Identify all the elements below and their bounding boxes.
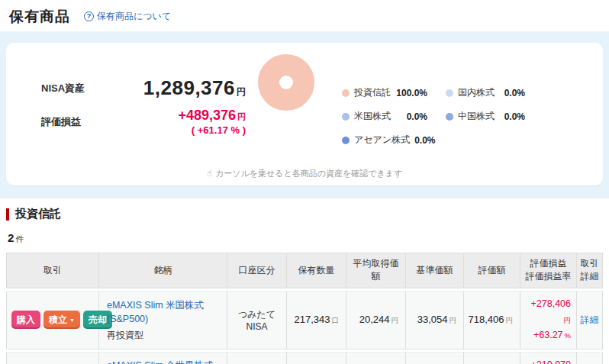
header-account: 口座区分 bbox=[227, 253, 287, 288]
section-title: 投資信託 bbox=[15, 207, 61, 221]
legend-dot bbox=[446, 89, 453, 97]
fund-row: 購入積立▼売却 eMAXIS Slim 全世界株式(オール・カントリー) 再投資… bbox=[6, 352, 603, 364]
value-cell: 718,406円 bbox=[464, 291, 520, 350]
asset-amount-unit: 円 bbox=[237, 86, 246, 97]
nav-cell: 27,829円 bbox=[406, 352, 464, 364]
fund-count-number: 2 bbox=[8, 231, 14, 244]
fund-name-link[interactable]: eMAXIS Slim 米国株式(S&P500) bbox=[107, 298, 221, 326]
nisa-asset-value: 1,289,376円 bbox=[118, 76, 246, 100]
legend-dot bbox=[342, 137, 350, 144]
asset-amount: 1,289,376 bbox=[143, 76, 235, 99]
account-type-cell: つみたてNISA bbox=[227, 291, 287, 350]
detail-cell: 詳細 bbox=[577, 352, 603, 364]
quantity-cell: 217,343口 bbox=[287, 291, 346, 350]
pl-amount: +489,376 bbox=[178, 108, 236, 123]
summary-band: NISA資産 1,289,376円 評価損益 +489,376円 ( +61.1… bbox=[0, 31, 609, 198]
quantity-cell: 205,171口 bbox=[287, 352, 346, 364]
page-title: 保有商品 bbox=[9, 7, 70, 27]
hint-text: カーソルを乗せると各商品の資産を確認できます bbox=[215, 169, 402, 178]
asset-summary: NISA資産 1,289,376円 評価損益 +489,376円 ( +61.1… bbox=[41, 76, 246, 136]
pl-value-block: +489,376円 ( +61.17 % ) bbox=[118, 108, 246, 136]
nav-cell: 33,054円 bbox=[406, 291, 464, 350]
pointer-hand-icon: ☝ bbox=[207, 168, 212, 179]
chart-hover-hint: ☝カーソルを乗せると各商品の資産を確認できます bbox=[6, 168, 603, 179]
fund-name-cell: eMAXIS Slim 米国株式(S&P500) 再投資型 bbox=[99, 291, 227, 350]
pl-amount-unit: 円 bbox=[237, 112, 246, 121]
asset-allocation-donut-chart[interactable] bbox=[258, 54, 314, 111]
avg-price-cell: 20,244円 bbox=[346, 291, 406, 350]
header-nav: 基準価額 bbox=[406, 253, 464, 288]
legend-item: 中国株式 0.0% bbox=[446, 110, 525, 123]
holdings-page: 保有商品 ? 保有商品について NISA資産 1,289,376円 評価損益 +… bbox=[0, 0, 609, 364]
nisa-asset-label: NISA資産 bbox=[41, 82, 111, 95]
fund-name-cell: eMAXIS Slim 全世界株式(オール・カントリー) 再投資型 bbox=[99, 352, 227, 364]
avg-price-cell: 17,546円 bbox=[346, 352, 406, 364]
legend-value: 0.0% bbox=[500, 88, 525, 98]
detail-link[interactable]: 詳細 bbox=[581, 314, 599, 325]
legend-dot bbox=[342, 89, 350, 97]
legend-value: 0.0% bbox=[410, 135, 435, 146]
legend-value: 0.0% bbox=[500, 111, 525, 122]
header-trade: 取引 bbox=[6, 253, 99, 288]
tsumitate-button[interactable]: 積立▼ bbox=[44, 311, 80, 329]
legend-item: 米国株式 0.0% bbox=[342, 110, 427, 123]
header-avg-price: 平均取得価額 bbox=[346, 253, 406, 288]
actions-cell: 購入積立▼売却 bbox=[6, 352, 99, 364]
buy-button[interactable]: 購入 bbox=[11, 311, 40, 329]
header-quantity: 保有数量 bbox=[287, 253, 346, 288]
legend-label: 中国株式 bbox=[458, 110, 495, 123]
header-name: 銘柄 bbox=[99, 253, 227, 288]
detail-cell: 詳細 bbox=[577, 291, 603, 350]
account-type-cell: つみたてNISA bbox=[227, 352, 287, 364]
actions-cell: 購入積立▼売却 bbox=[6, 291, 99, 350]
about-link-label: 保有商品について bbox=[97, 10, 171, 23]
pl-rate: ( +61.17 % ) bbox=[118, 124, 246, 136]
asset-allocation-legend: 投資信託 100.0% 国内株式 0.0% 米国株式 0.0% 中国株式 0.0… bbox=[342, 86, 525, 147]
fund-count-unit: 件 bbox=[15, 234, 24, 243]
header-pl: 評価損益 評価損益率 bbox=[520, 253, 577, 288]
table-header-row: 取引 銘柄 口座区分 保有数量 平均取得価額 基準価額 評価額 評価損益 評価損… bbox=[6, 253, 603, 288]
section-header: 投資信託 bbox=[6, 207, 609, 221]
fund-row: 購入積立▼売却 eMAXIS Slim 米国株式(S&P500) 再投資型 つみ… bbox=[6, 291, 603, 350]
section-accent-bar bbox=[6, 208, 9, 221]
pl-cell: +278,406円 +63.27% bbox=[520, 291, 577, 350]
header-trade-detail: 取引 詳細 bbox=[577, 253, 603, 288]
fund-type-label: 再投資型 bbox=[107, 329, 221, 342]
legend-item: アセアン株式 0.0% bbox=[342, 134, 427, 147]
page-header: 保有商品 ? 保有商品について bbox=[0, 0, 609, 31]
nisa-summary-card: NISA資産 1,289,376円 評価損益 +489,376円 ( +61.1… bbox=[6, 43, 603, 185]
legend-item: 投資信託 100.0% bbox=[342, 86, 427, 99]
header-value: 評価額 bbox=[464, 253, 520, 288]
pl-cell: +210,970円 +58.60% bbox=[520, 352, 577, 364]
legend-item: 国内株式 0.0% bbox=[446, 86, 525, 99]
legend-value: 100.0% bbox=[392, 88, 427, 98]
question-circle-icon: ? bbox=[84, 11, 94, 21]
fund-count: 2件 bbox=[8, 231, 609, 245]
legend-dot bbox=[342, 113, 350, 121]
dropdown-arrow-icon: ▼ bbox=[69, 317, 75, 323]
legend-value: 0.0% bbox=[402, 111, 427, 122]
value-cell: 570,970円 bbox=[464, 352, 520, 364]
holdings-about-link[interactable]: ? 保有商品について bbox=[84, 10, 171, 23]
legend-label: 国内株式 bbox=[458, 86, 495, 99]
legend-label: アセアン株式 bbox=[354, 134, 410, 147]
legend-dot bbox=[446, 113, 453, 121]
pl-label: 評価損益 bbox=[41, 115, 111, 129]
holdings-table: 取引 銘柄 口座区分 保有数量 平均取得価額 基準価額 評価額 評価損益 評価損… bbox=[6, 250, 603, 364]
legend-label: 米国株式 bbox=[354, 110, 391, 123]
legend-label: 投資信託 bbox=[354, 86, 391, 99]
donut-chart-area bbox=[258, 54, 314, 111]
fund-name-link[interactable]: eMAXIS Slim 全世界株式(オール・カントリー) bbox=[107, 359, 221, 364]
